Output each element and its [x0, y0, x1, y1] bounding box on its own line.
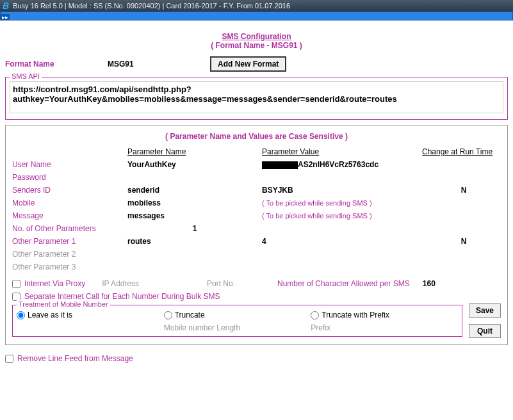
add-new-format-button[interactable]: Add New Format [210, 56, 286, 72]
row-op1-value[interactable]: 4 [262, 237, 422, 246]
char-allowed-value[interactable]: 160 [423, 279, 436, 288]
sms-api-input[interactable]: https://control.msg91.com/api/sendhttp.p… [10, 81, 503, 113]
page-title: SMS Configuration [5, 32, 508, 41]
row-op2-label: Other Parameter 2 [12, 250, 127, 259]
row-op1-label: Other Parameter 1 [12, 237, 127, 246]
internet-via-proxy-label: Internet Via Proxy [24, 279, 85, 288]
format-name-value: MSG91 [108, 60, 184, 69]
treatment-fieldset: Treatment of Mobile Number Leave as it i… [12, 305, 462, 337]
case-sensitive-note: ( Parameter Name and Values are Case Sen… [12, 132, 501, 141]
row-message-hint: ( To be picked while sending SMS ) [262, 212, 422, 220]
row-othercount-label: No. of Other Parameters [12, 224, 127, 233]
row-mobile-name[interactable]: mobiless [127, 198, 262, 207]
row-sender-runtime[interactable]: N [422, 186, 505, 195]
mobile-length-label: Mobile number Length [164, 323, 311, 332]
col-parameter-value: Parameter Value [262, 147, 422, 156]
row-sender-value[interactable]: BSYJKB [262, 186, 422, 195]
row-password-label: Password [12, 173, 127, 182]
row-othercount-value[interactable]: 1 [127, 224, 262, 233]
sms-api-legend: SMS API [10, 72, 42, 80]
port-no-label: Port No. [207, 279, 235, 288]
remove-lf-label: Remove Line Feed from Message [17, 354, 133, 363]
title-text: Busy 16 Rel 5.0 | Model : SS (S.No. 0902… [13, 2, 290, 10]
row-op1-runtime[interactable]: N [422, 237, 505, 246]
prefix-label: Prefix [311, 323, 458, 332]
internet-via-proxy-checkbox[interactable] [12, 280, 20, 288]
separate-call-label: Separate Internet Call for Each Number D… [24, 292, 220, 301]
truncate-prefix-label: Truncate with Prefix [322, 311, 389, 319]
format-name-label: Format Name [5, 60, 82, 69]
truncate-radio[interactable] [164, 311, 172, 319]
window-titlebar: B Busy 16 Rel 5.0 | Model : SS (S.No. 09… [0, 0, 513, 12]
leave-as-is-radio[interactable] [17, 311, 25, 319]
row-message-name[interactable]: messages [127, 211, 262, 220]
row-message-label: Message [12, 211, 127, 220]
redacted-block [262, 161, 298, 169]
sms-api-fieldset: SMS API https://control.msg91.com/api/se… [5, 77, 508, 120]
treatment-legend: Treatment of Mobile Number [17, 300, 110, 308]
truncate-prefix-radio[interactable] [311, 311, 319, 319]
parameters-box: ( Parameter Name and Values are Case Sen… [5, 125, 508, 345]
page-subtitle: ( Format Name - MSG91 ) [5, 41, 508, 50]
row-op1-name[interactable]: routes [127, 237, 262, 246]
quit-button[interactable]: Quit [469, 324, 501, 338]
separate-call-checkbox[interactable] [12, 293, 20, 301]
row-username-name[interactable]: YourAuthKey [127, 160, 262, 169]
app-logo: B [3, 1, 9, 11]
truncate-label: Truncate [175, 311, 205, 319]
remove-lf-checkbox[interactable] [5, 355, 13, 363]
row-username-value[interactable]: AS2nlH6VcRz5763cdc [262, 160, 422, 169]
col-runtime: Change at Run Time [422, 147, 505, 156]
save-button[interactable]: Save [469, 303, 501, 318]
ip-address-label: IP Address [102, 279, 139, 288]
row-username-label: User Name [12, 160, 127, 169]
col-parameter-name: Parameter Name [127, 147, 262, 156]
ribbon-bar: ▸▸ [0, 12, 513, 20]
row-op3-label: Other Parameter 3 [12, 262, 127, 271]
row-mobile-label: Mobile [12, 198, 127, 207]
ribbon-arrow-icon[interactable]: ▸▸ [1, 14, 10, 20]
char-allowed-label: Number of Character Allowed per SMS [277, 279, 410, 288]
leave-as-is-label: Leave as it is [28, 311, 72, 319]
row-sender-label: Senders ID [12, 186, 127, 195]
row-mobile-hint: ( To be picked while sending SMS ) [262, 199, 422, 207]
row-sender-name[interactable]: senderid [127, 186, 262, 195]
